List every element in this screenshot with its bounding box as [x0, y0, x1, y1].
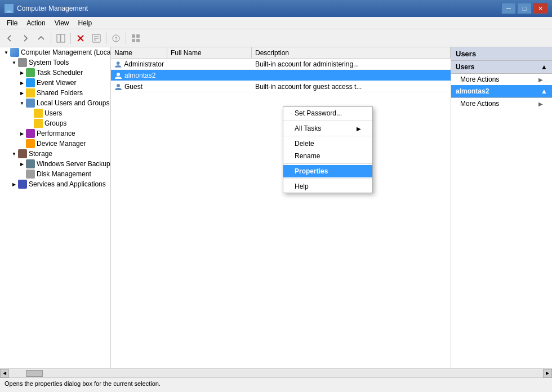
storage-icon: [18, 149, 27, 158]
task-icon: [26, 68, 35, 77]
expand-services[interactable]: ▶: [10, 180, 18, 188]
scroll-right[interactable]: ▶: [543, 369, 552, 378]
back-button[interactable]: [2, 32, 17, 45]
ctx-help[interactable]: Help: [283, 180, 372, 193]
tree-label-performance: Performance: [37, 130, 75, 137]
menu-view[interactable]: View: [50, 18, 74, 28]
user-icon-3: [114, 83, 122, 91]
cell-admin-fullname: [167, 64, 252, 65]
svg-rect-4: [61, 34, 65, 42]
tree-item-groups[interactable]: Groups: [0, 118, 110, 128]
scroll-track[interactable]: [9, 369, 543, 377]
tree-pane[interactable]: ▼ Computer Management (Local ▼ System To…: [0, 47, 111, 368]
actions-section-users[interactable]: Users ▲: [451, 61, 552, 74]
menu-help[interactable]: Help: [74, 18, 97, 28]
ctx-delete[interactable]: Delete: [283, 137, 372, 150]
ctx-rename[interactable]: Rename: [283, 150, 372, 162]
status-text: Opens the properties dialog box for the …: [5, 380, 161, 387]
tree-item-users[interactable]: Users: [0, 108, 110, 118]
title-bar: Computer Management ─ □ ✕: [0, 0, 552, 17]
tree-item-shared-folders[interactable]: ▶ Shared Folders: [0, 88, 110, 98]
title-bar-left: Computer Management: [5, 4, 88, 13]
expand-event-viewer[interactable]: ▶: [18, 79, 26, 87]
toolbar: ?: [0, 29, 552, 47]
ctx-set-password[interactable]: Set Password...: [283, 107, 372, 119]
cell-guest-name: Guest: [111, 82, 167, 91]
view-button[interactable]: [128, 32, 143, 45]
svg-rect-14: [136, 34, 140, 38]
ctx-sep-2: [283, 136, 372, 136]
expand-task-scheduler[interactable]: ▶: [18, 69, 26, 77]
tree-label-local-users: Local Users and Groups: [37, 99, 109, 107]
help-button[interactable]: ?: [109, 32, 123, 45]
groups-folder-icon: [34, 119, 43, 128]
expand-storage[interactable]: ▼: [10, 150, 18, 158]
scrollbar-horizontal[interactable]: ◀ ▶: [0, 368, 552, 377]
minimize-button[interactable]: ─: [501, 3, 516, 14]
collapse-icon: ▲: [541, 63, 547, 71]
content-pane[interactable]: Name Full Name Description Administrator…: [111, 47, 451, 368]
close-button[interactable]: ✕: [533, 3, 547, 14]
svg-point-17: [117, 61, 120, 65]
expand-root[interactable]: ▼: [2, 48, 10, 56]
ctx-sep-3: [283, 163, 372, 164]
tree-item-disk-management[interactable]: Disk Management: [0, 169, 110, 179]
svg-point-19: [117, 84, 120, 87]
actions-section-almontas2[interactable]: almontas2 ▲: [451, 85, 552, 98]
cell-admin-name: Administrator: [111, 60, 167, 69]
tree-label-event-viewer: Event Viewer: [37, 79, 76, 87]
tree-label-device-manager: Device Manager: [37, 140, 86, 148]
svg-rect-3: [57, 34, 60, 42]
row-guest[interactable]: Guest Built-in account for guest access …: [111, 81, 451, 92]
tree-item-device-manager[interactable]: Device Manager: [0, 139, 110, 149]
col-description[interactable]: Description: [252, 47, 451, 58]
context-menu[interactable]: Set Password... All Tasks ▶ Delete Renam…: [283, 106, 373, 193]
ctx-properties[interactable]: Properties: [283, 165, 372, 177]
forward-button[interactable]: [18, 32, 33, 45]
menu-action[interactable]: Action: [22, 18, 50, 28]
tree-item-storage[interactable]: ▼ Storage: [0, 149, 110, 159]
tree-item-services[interactable]: ▶ Services and Applications: [0, 179, 110, 189]
backup-icon: [26, 159, 35, 168]
properties-button[interactable]: [89, 32, 104, 45]
tree-item-windows-backup[interactable]: ▶ Windows Server Backup: [0, 159, 110, 169]
event-icon: [26, 78, 35, 87]
tree-item-performance[interactable]: ▶ Performance: [0, 128, 110, 139]
cell-almontas2-fullname: [167, 75, 252, 76]
action-more-actions-users[interactable]: More Actions ▶: [451, 74, 552, 85]
expand-backup[interactable]: ▶: [18, 160, 26, 168]
tree-item-system-tools[interactable]: ▼ System Tools: [0, 57, 110, 68]
up-button[interactable]: [34, 32, 48, 45]
show-hide-button[interactable]: [54, 32, 68, 45]
separator-1: [51, 33, 51, 44]
tree-label-groups: Groups: [44, 119, 66, 127]
expand-local-users[interactable]: ▼: [18, 99, 26, 107]
tree-item-root[interactable]: ▼ Computer Management (Local: [0, 47, 110, 57]
scroll-left[interactable]: ◀: [0, 369, 9, 378]
users-folder-icon: [34, 109, 43, 118]
expand-performance[interactable]: ▶: [18, 130, 26, 137]
delete-button[interactable]: [73, 32, 88, 45]
expand-device-manager: [18, 140, 26, 148]
more-actions-arrow-2: ▶: [538, 101, 543, 107]
computer-icon: [10, 48, 19, 57]
row-administrator[interactable]: Administrator Built-in account for admin…: [111, 59, 451, 70]
menu-file[interactable]: File: [2, 18, 22, 28]
user-icon: [114, 60, 122, 68]
tree-item-local-users[interactable]: ▼ Local Users and Groups: [0, 98, 110, 108]
row-almontas2[interactable]: almontas2: [111, 70, 451, 81]
ctx-all-tasks[interactable]: All Tasks ▶: [283, 122, 372, 135]
tree-label-backup: Windows Server Backup: [37, 160, 110, 168]
scroll-thumb[interactable]: [26, 370, 43, 377]
expand-system-tools[interactable]: ▼: [10, 59, 18, 66]
col-fullname[interactable]: Full Name: [167, 47, 252, 58]
tree-item-event-viewer[interactable]: ▶ Event Viewer: [0, 78, 110, 88]
tree-item-task-scheduler[interactable]: ▶ Task Scheduler: [0, 68, 110, 78]
restore-button[interactable]: □: [517, 3, 532, 14]
col-name[interactable]: Name: [111, 47, 167, 58]
expand-groups: [26, 119, 34, 127]
action-more-actions-almontas2[interactable]: More Actions ▶: [451, 98, 552, 109]
cell-guest-desc: Built-in account for guest access t...: [252, 82, 451, 91]
device-icon: [26, 139, 35, 148]
expand-shared-folders[interactable]: ▶: [18, 89, 26, 97]
